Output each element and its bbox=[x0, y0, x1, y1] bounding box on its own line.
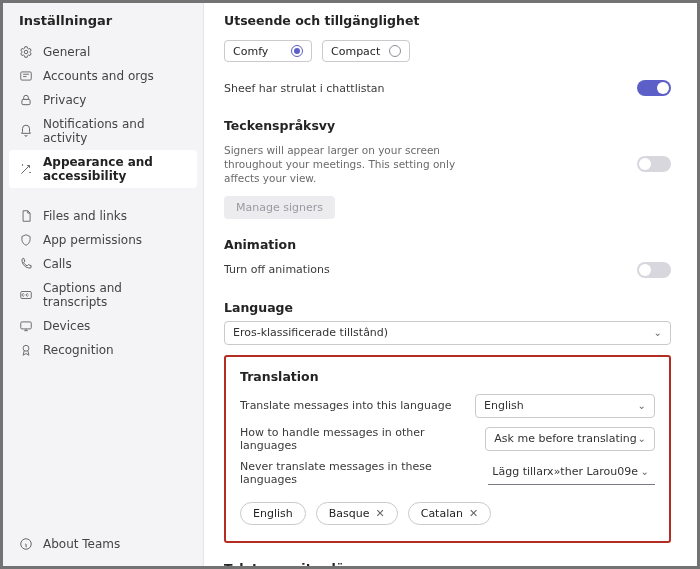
sidebar-item-label: Appearance and accessibility bbox=[43, 155, 187, 183]
translate-handle-select[interactable]: Ask me before translating ⌄ bbox=[485, 427, 655, 451]
translation-section: Translation Translate messages into this… bbox=[224, 355, 671, 543]
chip-basque: Basque ✕ bbox=[316, 502, 398, 525]
chevron-down-icon: ⌄ bbox=[638, 433, 646, 444]
svg-rect-4 bbox=[21, 322, 32, 329]
bell-icon bbox=[19, 124, 33, 138]
sidebar-item-label: Captions and transcripts bbox=[43, 281, 187, 309]
close-icon[interactable]: ✕ bbox=[469, 507, 478, 520]
signlanguage-toggle[interactable] bbox=[637, 156, 671, 172]
sidebar-item-accounts[interactable]: Accounts and orgs bbox=[9, 64, 197, 88]
never-translate-row: Never translate messages in these langua… bbox=[240, 456, 655, 490]
sidebar-item-label: Privacy bbox=[43, 93, 86, 107]
sidebar-item-files[interactable]: Files and links bbox=[9, 204, 197, 228]
svg-rect-1 bbox=[21, 72, 32, 80]
animation-label: Turn off animations bbox=[224, 263, 330, 276]
chip-catalan: Catalan ✕ bbox=[408, 502, 491, 525]
wand-icon bbox=[19, 162, 33, 176]
device-icon bbox=[19, 319, 33, 333]
svg-point-0 bbox=[24, 50, 28, 54]
sidebar-item-calls[interactable]: Calls bbox=[9, 252, 197, 276]
sidebar-item-devices[interactable]: Devices bbox=[9, 314, 197, 338]
svg-rect-2 bbox=[22, 99, 30, 104]
signlanguage-title: Teckenspråksvy bbox=[224, 118, 671, 133]
density-option-label: Comfy bbox=[233, 45, 268, 58]
chevron-down-icon: ⌄ bbox=[654, 327, 662, 338]
sidebar-item-label: Files and links bbox=[43, 209, 127, 223]
radio-icon bbox=[389, 45, 401, 57]
chatlist-toggle[interactable] bbox=[637, 80, 671, 96]
sidebar-item-appearance[interactable]: Appearance and accessibility bbox=[9, 150, 197, 188]
language-title: Language bbox=[224, 300, 671, 315]
density-option-compact[interactable]: Compact bbox=[322, 40, 410, 62]
translate-handle-row: How to handle messages in other language… bbox=[240, 422, 655, 456]
language-select-value: Eros-klassificerade tillstând) bbox=[233, 326, 388, 339]
shield-icon bbox=[19, 233, 33, 247]
sidebar-item-notifications[interactable]: Notifications and activity bbox=[9, 112, 197, 150]
cc-icon bbox=[19, 288, 33, 302]
lock-icon bbox=[19, 93, 33, 107]
sidebar-group-1: General Accounts and orgs Privacy Notifi… bbox=[3, 36, 203, 192]
animation-toggle[interactable] bbox=[637, 262, 671, 278]
density-option-label: Compact bbox=[331, 45, 380, 58]
animation-title: Animation bbox=[224, 237, 671, 252]
sidebar-item-general[interactable]: General bbox=[9, 40, 197, 64]
sidebar-title: Inställningar bbox=[3, 3, 203, 36]
select-value: Ask me before translating bbox=[494, 432, 636, 445]
svg-point-5 bbox=[23, 345, 29, 351]
info-icon bbox=[19, 537, 33, 551]
language-chips: English Basque ✕ Catalan ✕ bbox=[240, 502, 655, 525]
sidebar-item-recognition[interactable]: Recognition bbox=[9, 338, 197, 362]
translate-into-row: Translate messages into this language En… bbox=[240, 390, 655, 422]
chip-label: Catalan bbox=[421, 507, 463, 520]
chip-label: Basque bbox=[329, 507, 370, 520]
radio-icon bbox=[291, 45, 303, 57]
sidebar-item-label: General bbox=[43, 45, 90, 59]
sidebar-item-label: Notifications and activity bbox=[43, 117, 187, 145]
sidebar-item-label: About Teams bbox=[43, 537, 120, 551]
language-select[interactable]: Eros-klassificerade tillstând) ⌄ bbox=[224, 321, 671, 345]
chevron-down-icon: ⌄ bbox=[641, 466, 649, 477]
chevron-down-icon: ⌄ bbox=[638, 400, 646, 411]
translate-into-label: Translate messages into this language bbox=[240, 399, 451, 412]
phone-icon bbox=[19, 257, 33, 271]
ribbon-icon bbox=[19, 343, 33, 357]
org-icon bbox=[19, 69, 33, 83]
signlanguage-row: Signers will appear larger on your scree… bbox=[224, 139, 671, 190]
animation-row: Turn off animations bbox=[224, 258, 671, 282]
density-selector: Comfy Compact bbox=[224, 40, 671, 62]
gear-icon bbox=[19, 45, 33, 59]
settings-sidebar: Inställningar General Accounts and orgs … bbox=[3, 3, 204, 566]
settings-window: Inställningar General Accounts and orgs … bbox=[0, 0, 700, 569]
translate-into-select[interactable]: English ⌄ bbox=[475, 394, 655, 418]
sidebar-group-2: Files and links App permissions Calls Ca… bbox=[3, 200, 203, 366]
chatlist-row: Sheef har strulat i chattlistan bbox=[224, 76, 671, 100]
chatlist-label: Sheef har strulat i chattlistan bbox=[224, 82, 385, 95]
signlanguage-desc: Signers will appear larger on your scree… bbox=[224, 143, 484, 186]
page-title: Utseende och tillgänglighet bbox=[224, 3, 671, 34]
input-value: Lägg tillarx»ther Larou09e bbox=[492, 465, 638, 478]
never-translate-label: Never translate messages in these langua… bbox=[240, 460, 472, 486]
density-option-comfy[interactable]: Comfy bbox=[224, 40, 312, 62]
translate-handle-label: How to handle messages in other language… bbox=[240, 426, 469, 452]
sidebar-item-captions[interactable]: Captions and transcripts bbox=[9, 276, 197, 314]
settings-content[interactable]: Utseende och tillgänglighet Comfy Compac… bbox=[204, 3, 697, 566]
sidebar-item-label: Recognition bbox=[43, 343, 114, 357]
chip-label: English bbox=[253, 507, 293, 520]
tty-title: Teletypewriter-läge bbox=[224, 561, 671, 566]
sidebar-item-app-permissions[interactable]: App permissions bbox=[9, 228, 197, 252]
close-icon[interactable]: ✕ bbox=[375, 507, 384, 520]
sidebar-item-label: App permissions bbox=[43, 233, 142, 247]
sidebar-item-about[interactable]: About Teams bbox=[9, 532, 197, 556]
sidebar-item-label: Accounts and orgs bbox=[43, 69, 154, 83]
window-body: Inställningar General Accounts and orgs … bbox=[3, 3, 697, 566]
sidebar-item-label: Devices bbox=[43, 319, 90, 333]
select-value: English bbox=[484, 399, 524, 412]
chip-english: English bbox=[240, 502, 306, 525]
never-translate-input[interactable]: Lägg tillarx»ther Larou09e ⌄ bbox=[488, 461, 655, 485]
manage-signers-button: Manage signers bbox=[224, 196, 335, 219]
translation-title: Translation bbox=[240, 369, 655, 384]
sidebar-item-label: Calls bbox=[43, 257, 72, 271]
file-icon bbox=[19, 209, 33, 223]
sidebar-item-privacy[interactable]: Privacy bbox=[9, 88, 197, 112]
